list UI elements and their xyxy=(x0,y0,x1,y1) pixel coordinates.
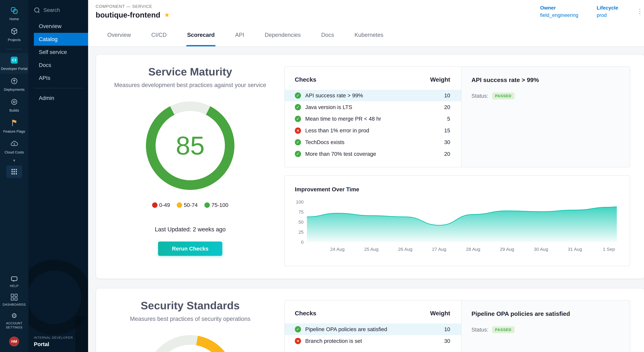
owner-label: Owner xyxy=(540,5,578,11)
security-score-gauge xyxy=(146,335,234,352)
sidebar-search-label: Search xyxy=(44,7,60,13)
maturity-title: Service Maturity xyxy=(148,65,232,78)
nav-projects-label: Projects xyxy=(8,37,20,42)
tab-overview[interactable]: Overview xyxy=(107,23,131,46)
cloud-costs-icon: $ xyxy=(10,140,18,148)
sidebar-footer-title: Portal xyxy=(34,341,73,347)
security-standards-card: Security Standards Measures best practic… xyxy=(96,288,644,352)
portal-sidebar: Search Overview Catalog Self service Doc… xyxy=(28,0,88,352)
nav-deployments[interactable]: Deployments xyxy=(0,74,28,95)
weight-header-label: Weight xyxy=(430,76,450,83)
kebab-menu-icon[interactable]: ⋮ xyxy=(636,7,643,18)
legend-item-high: 75-100 xyxy=(204,202,228,208)
status-label: Status: xyxy=(472,327,488,333)
feature-flags-icon xyxy=(10,119,18,127)
nav-builds-label: Builds xyxy=(10,108,19,113)
nav-account-settings[interactable]: ⚙ ACCOUNT SETTINGS xyxy=(0,310,28,332)
status-badge: PASSED xyxy=(492,93,514,99)
check-status-icon: ✓ xyxy=(295,116,301,122)
check-row[interactable]: ✓ TechDocs exists 30 xyxy=(285,136,461,148)
nav-developer-portal[interactable]: Developer Portal xyxy=(0,53,28,74)
nav-account-settings-label: ACCOUNT SETTINGS xyxy=(1,321,28,329)
sidebar-item-catalog[interactable]: Catalog xyxy=(34,33,88,46)
maturity-gauge-column: Service Maturity Measures development be… xyxy=(96,55,284,279)
status-badge: PASSED xyxy=(492,326,514,333)
nav-help[interactable]: HELP xyxy=(0,274,28,291)
check-detail-title: API success rate > 99% xyxy=(472,76,620,83)
check-status-icon: ✓ xyxy=(295,104,301,110)
rail-divider xyxy=(6,49,22,49)
nav-dashboards[interactable]: DASHBOARDS xyxy=(0,291,28,310)
x-axis-tick: 25 Aug xyxy=(364,247,378,252)
sidebar-item-self-service[interactable]: Self service xyxy=(34,46,88,59)
entity-tabs: Overview CI/CD Scorecard API Dependencie… xyxy=(88,23,644,47)
tab-cicd[interactable]: CI/CD xyxy=(151,23,167,46)
projects-icon xyxy=(10,27,18,35)
nav-feature-flags[interactable]: Feature Flags xyxy=(0,116,28,137)
tab-docs[interactable]: Docs xyxy=(321,23,334,46)
check-row[interactable]: ✓ Pipeline OPA policies are satisfied 10 xyxy=(285,324,461,335)
sidebar-search[interactable]: Search xyxy=(28,0,88,20)
legend-item-mid: 50-74 xyxy=(177,202,198,208)
maturity-score-value: 85 xyxy=(146,101,234,190)
builds-icon xyxy=(10,98,18,106)
user-avatar[interactable]: HM xyxy=(9,337,19,347)
security-checks-list: Checks Weight ✓ Pipeline OPA policies ar… xyxy=(285,301,462,352)
check-row[interactable]: × Branch protection is set 30 xyxy=(285,335,461,347)
security-gauge-column: Security Standards Measures best practic… xyxy=(96,288,284,352)
check-row[interactable]: ✓ Java version is LTS 20 xyxy=(285,101,461,113)
scorecard-content: Service Maturity Measures development be… xyxy=(88,47,644,352)
nav-cloud-costs[interactable]: $ Cloud Costs xyxy=(0,137,28,157)
y-axis-tick: 100 xyxy=(287,199,304,205)
security-checks-panel: Checks Weight ✓ Pipeline OPA policies ar… xyxy=(284,300,630,352)
sidebar-footer: INTERNAL DEVELOPER Portal xyxy=(34,336,73,347)
tab-scorecard[interactable]: Scorecard xyxy=(187,23,215,46)
legend-dot-red xyxy=(152,202,158,208)
rerun-checks-button[interactable]: Rerun Checks xyxy=(158,242,222,256)
nav-home[interactable]: Home xyxy=(0,3,28,24)
owner-field[interactable]: Owner field_engineering xyxy=(540,5,578,18)
check-status-icon: ✓ xyxy=(295,139,301,145)
checks-list-header: Checks Weight xyxy=(285,67,461,90)
lifecycle-field[interactable]: Lifecycle prod xyxy=(597,5,618,18)
maturity-score-gauge: 85 xyxy=(146,101,234,190)
sidebar-divider xyxy=(34,88,83,88)
sidebar-item-admin[interactable]: Admin xyxy=(34,92,88,105)
chevron-down-icon[interactable]: ▾ xyxy=(13,158,15,162)
score-legend: 0-49 50-74 75-100 xyxy=(152,202,228,208)
x-axis-tick: 29 Aug xyxy=(500,247,514,252)
module-selector-button[interactable] xyxy=(6,165,22,178)
nav-projects[interactable]: Projects xyxy=(0,24,28,45)
tab-dependencies[interactable]: Dependencies xyxy=(265,23,301,46)
checks-list-header: Checks Weight xyxy=(285,301,461,324)
sidebar-item-overview[interactable]: Overview xyxy=(34,20,88,33)
favorite-star-icon[interactable]: ★ xyxy=(164,11,170,18)
dashboards-icon xyxy=(11,294,18,301)
deployments-icon xyxy=(10,77,18,85)
nav-builds[interactable]: Builds xyxy=(0,95,28,116)
security-title: Security Standards xyxy=(141,299,240,312)
security-subtitle: Measures best practices of security oper… xyxy=(130,316,250,322)
y-axis-tick: 75 xyxy=(287,209,304,215)
maturity-checks-list: Checks Weight ✓ API success rate > 99% 1… xyxy=(285,67,462,167)
tab-api[interactable]: API xyxy=(235,23,244,46)
page-title: boutique-frontend xyxy=(96,10,160,19)
check-row[interactable]: ✓ Mean time to merge PR < 48 hr 5 xyxy=(285,113,461,125)
check-row[interactable]: ✓ More than 70% test coverage 20 xyxy=(285,148,461,160)
check-row[interactable]: ✓ API success rate > 99% 10 xyxy=(285,90,461,101)
check-status-icon: × xyxy=(295,127,301,134)
check-row[interactable]: × Less than 1% error in prod 15 xyxy=(285,125,461,136)
y-axis-tick: 0 xyxy=(287,240,304,245)
owner-value[interactable]: field_engineering xyxy=(540,12,578,18)
maturity-checks-panel: Checks Weight ✓ API success rate > 99% 1… xyxy=(284,66,630,167)
tab-kubernetes[interactable]: Kubernetes xyxy=(354,23,383,46)
x-axis-tick: 27 Aug xyxy=(432,247,446,252)
sidebar-item-apis[interactable]: APIs xyxy=(34,72,88,85)
nav-dashboards-label: DASHBOARDS xyxy=(2,303,26,307)
x-axis-tick: 1 Sep xyxy=(603,247,615,252)
nav-help-label: HELP xyxy=(10,284,18,288)
sidebar-item-docs[interactable]: Docs xyxy=(34,59,88,72)
nav-feature-flags-label: Feature Flags xyxy=(3,129,25,134)
check-status-icon: ✓ xyxy=(295,151,301,157)
svg-text:$: $ xyxy=(14,142,15,146)
